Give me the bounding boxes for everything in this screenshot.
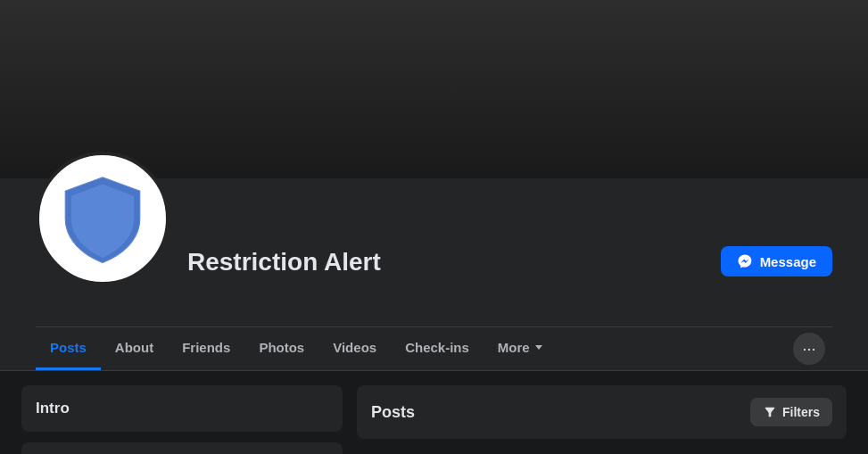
main-content: Intro Photos See all photos Friends See … <box>0 371 868 454</box>
profile-section: Restriction Alert Message Posts About Fr… <box>0 178 868 371</box>
posts-header: Posts Filters <box>357 385 847 439</box>
tab-checkins[interactable]: Check-ins <box>391 327 484 370</box>
tab-photos[interactable]: Photos <box>244 327 318 370</box>
shield-icon <box>54 169 152 268</box>
chevron-down-icon <box>535 345 542 350</box>
nav-tabs-left: Posts About Friends Photos Videos Check-… <box>36 327 557 370</box>
tab-more[interactable]: More <box>484 327 557 370</box>
profile-info: Restriction Alert Message <box>36 152 832 300</box>
messenger-icon <box>737 253 753 269</box>
filters-label: Filters <box>782 405 820 419</box>
profile-nav: Posts About Friends Photos Videos Check-… <box>36 326 832 370</box>
avatar <box>36 152 169 285</box>
tab-friends[interactable]: Friends <box>168 327 244 370</box>
message-button[interactable]: Message <box>721 246 832 277</box>
tab-videos[interactable]: Videos <box>318 327 391 370</box>
photos-card: Photos See all photos <box>21 442 343 454</box>
filter-icon <box>763 405 777 419</box>
profile-name: Restriction Alert <box>187 248 381 277</box>
right-column: Posts Filters No posts available <box>357 385 847 454</box>
filters-button[interactable]: Filters <box>750 398 832 426</box>
message-label: Message <box>760 254 816 269</box>
more-options-button[interactable]: ··· <box>793 333 825 365</box>
left-column: Intro Photos See all photos Friends See … <box>21 385 343 454</box>
profile-name-actions: Restriction Alert Message <box>187 246 832 285</box>
ellipsis-icon: ··· <box>802 340 815 359</box>
intro-card: Intro <box>21 385 343 432</box>
tab-posts[interactable]: Posts <box>36 327 101 370</box>
posts-title: Posts <box>371 403 415 422</box>
tab-about[interactable]: About <box>101 327 168 370</box>
intro-title: Intro <box>36 400 328 417</box>
